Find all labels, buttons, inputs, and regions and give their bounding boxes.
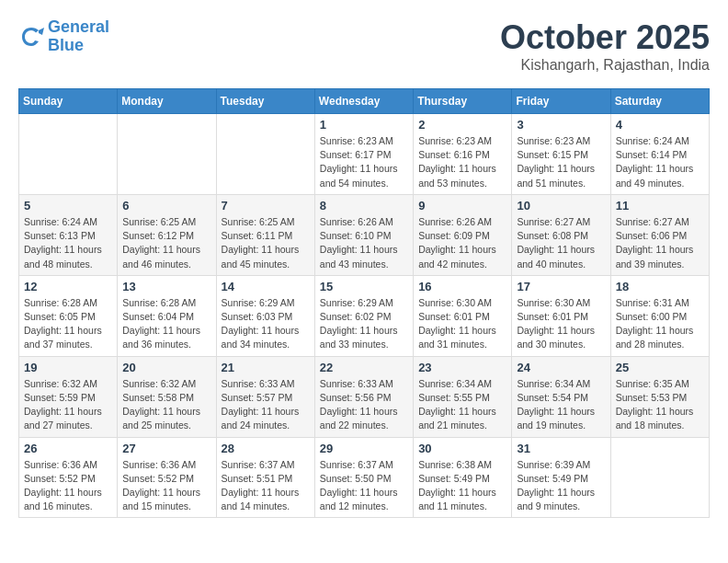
day-number: 4: [616, 118, 704, 132]
day-info: Sunrise: 6:27 AM Sunset: 6:08 PM Dayligh…: [517, 215, 605, 271]
day-info: Sunrise: 6:32 AM Sunset: 5:59 PM Dayligh…: [24, 377, 112, 433]
day-info: Sunrise: 6:23 AM Sunset: 6:15 PM Dayligh…: [517, 134, 605, 190]
day-info: Sunrise: 6:25 AM Sunset: 6:11 PM Dayligh…: [222, 215, 310, 271]
calendar-cell: 6Sunrise: 6:25 AM Sunset: 6:12 PM Daylig…: [118, 194, 216, 275]
calendar-cell: 14Sunrise: 6:29 AM Sunset: 6:03 PM Dayli…: [216, 275, 314, 356]
day-info: Sunrise: 6:26 AM Sunset: 6:10 PM Dayligh…: [320, 215, 408, 271]
calendar-week-row: 19Sunrise: 6:32 AM Sunset: 5:59 PM Dayli…: [19, 356, 710, 437]
logo-text: General Blue: [48, 18, 109, 55]
day-info: Sunrise: 6:31 AM Sunset: 6:00 PM Dayligh…: [616, 296, 704, 352]
calendar-cell: 24Sunrise: 6:34 AM Sunset: 5:54 PM Dayli…: [512, 356, 610, 437]
calendar-cell: 19Sunrise: 6:32 AM Sunset: 5:59 PM Dayli…: [19, 356, 118, 437]
day-info: Sunrise: 6:23 AM Sunset: 6:17 PM Dayligh…: [320, 134, 408, 190]
calendar-cell: 4Sunrise: 6:24 AM Sunset: 6:14 PM Daylig…: [610, 114, 709, 195]
day-number: 11: [616, 199, 704, 213]
calendar-cell: [19, 114, 118, 195]
day-number: 19: [24, 361, 112, 374]
calendar-cell: 27Sunrise: 6:36 AM Sunset: 5:52 PM Dayli…: [118, 437, 216, 518]
day-number: 30: [418, 442, 506, 455]
day-info: Sunrise: 6:30 AM Sunset: 6:01 PM Dayligh…: [418, 296, 506, 352]
day-number: 22: [320, 361, 408, 374]
day-info: Sunrise: 6:28 AM Sunset: 6:05 PM Dayligh…: [24, 296, 112, 352]
calendar-cell: 26Sunrise: 6:36 AM Sunset: 5:52 PM Dayli…: [19, 437, 118, 518]
day-info: Sunrise: 6:29 AM Sunset: 6:02 PM Dayligh…: [320, 296, 408, 352]
day-info: Sunrise: 6:39 AM Sunset: 5:49 PM Dayligh…: [517, 458, 605, 514]
calendar-cell: 17Sunrise: 6:30 AM Sunset: 6:01 PM Dayli…: [512, 275, 610, 356]
day-number: 17: [517, 280, 605, 293]
day-number: 20: [122, 361, 210, 374]
calendar-cell: 8Sunrise: 6:26 AM Sunset: 6:10 PM Daylig…: [314, 194, 413, 275]
calendar-cell: 18Sunrise: 6:31 AM Sunset: 6:00 PM Dayli…: [610, 275, 709, 356]
weekday-header: Wednesday: [314, 89, 413, 114]
calendar-cell: 12Sunrise: 6:28 AM Sunset: 6:05 PM Dayli…: [19, 275, 118, 356]
day-number: 18: [616, 280, 704, 293]
day-number: 31: [517, 442, 605, 455]
calendar-week-row: 5Sunrise: 6:24 AM Sunset: 6:13 PM Daylig…: [19, 194, 710, 275]
calendar-cell: [216, 114, 314, 195]
day-number: 27: [122, 442, 210, 455]
weekday-header: Tuesday: [216, 89, 314, 114]
weekday-header: Thursday: [414, 89, 512, 114]
calendar-cell: 13Sunrise: 6:28 AM Sunset: 6:04 PM Dayli…: [118, 275, 216, 356]
calendar-cell: 25Sunrise: 6:35 AM Sunset: 5:53 PM Dayli…: [610, 356, 709, 437]
logo-icon: [18, 24, 44, 50]
calendar-week-row: 26Sunrise: 6:36 AM Sunset: 5:52 PM Dayli…: [19, 437, 710, 518]
day-info: Sunrise: 6:38 AM Sunset: 5:49 PM Dayligh…: [418, 458, 506, 514]
calendar-cell: 11Sunrise: 6:27 AM Sunset: 6:06 PM Dayli…: [610, 194, 709, 275]
day-info: Sunrise: 6:29 AM Sunset: 6:03 PM Dayligh…: [222, 296, 310, 352]
day-number: 29: [320, 442, 408, 455]
day-info: Sunrise: 6:25 AM Sunset: 6:12 PM Dayligh…: [122, 215, 210, 271]
calendar-cell: 29Sunrise: 6:37 AM Sunset: 5:50 PM Dayli…: [314, 437, 413, 518]
calendar-week-row: 12Sunrise: 6:28 AM Sunset: 6:05 PM Dayli…: [19, 275, 710, 356]
title-block: October 2025 Kishangarh, Rajasthan, Indi…: [500, 18, 710, 74]
day-number: 21: [222, 361, 310, 374]
calendar-cell: 2Sunrise: 6:23 AM Sunset: 6:16 PM Daylig…: [414, 114, 512, 195]
day-info: Sunrise: 6:37 AM Sunset: 5:50 PM Dayligh…: [320, 458, 408, 514]
day-number: 12: [24, 280, 112, 293]
day-info: Sunrise: 6:36 AM Sunset: 5:52 PM Dayligh…: [122, 458, 210, 514]
calendar-cell: 9Sunrise: 6:26 AM Sunset: 6:09 PM Daylig…: [414, 194, 512, 275]
calendar-week-row: 1Sunrise: 6:23 AM Sunset: 6:17 PM Daylig…: [19, 114, 710, 195]
day-info: Sunrise: 6:23 AM Sunset: 6:16 PM Dayligh…: [418, 134, 506, 190]
day-info: Sunrise: 6:37 AM Sunset: 5:51 PM Dayligh…: [222, 458, 310, 514]
day-info: Sunrise: 6:27 AM Sunset: 6:06 PM Dayligh…: [616, 215, 704, 271]
weekday-header-row: SundayMondayTuesdayWednesdayThursdayFrid…: [19, 89, 710, 114]
day-number: 24: [517, 361, 605, 374]
calendar-cell: 28Sunrise: 6:37 AM Sunset: 5:51 PM Dayli…: [216, 437, 314, 518]
day-info: Sunrise: 6:36 AM Sunset: 5:52 PM Dayligh…: [24, 458, 112, 514]
calendar-cell: 7Sunrise: 6:25 AM Sunset: 6:11 PM Daylig…: [216, 194, 314, 275]
calendar-cell: 23Sunrise: 6:34 AM Sunset: 5:55 PM Dayli…: [414, 356, 512, 437]
calendar-cell: [610, 437, 709, 518]
day-number: 9: [418, 199, 506, 213]
day-info: Sunrise: 6:33 AM Sunset: 5:57 PM Dayligh…: [222, 377, 310, 433]
day-number: 23: [418, 361, 506, 374]
day-info: Sunrise: 6:34 AM Sunset: 5:55 PM Dayligh…: [418, 377, 506, 433]
day-number: 6: [122, 199, 210, 213]
weekday-header: Sunday: [19, 89, 118, 114]
calendar-cell: [118, 114, 216, 195]
month-title: October 2025: [500, 18, 710, 57]
day-number: 5: [24, 199, 112, 213]
day-number: 1: [320, 118, 408, 132]
calendar-cell: 1Sunrise: 6:23 AM Sunset: 6:17 PM Daylig…: [314, 114, 413, 195]
weekday-header: Monday: [118, 89, 216, 114]
day-info: Sunrise: 6:33 AM Sunset: 5:56 PM Dayligh…: [320, 377, 408, 433]
logo: General Blue: [18, 18, 109, 55]
day-info: Sunrise: 6:35 AM Sunset: 5:53 PM Dayligh…: [616, 377, 704, 433]
day-info: Sunrise: 6:32 AM Sunset: 5:58 PM Dayligh…: [122, 377, 210, 433]
day-number: 15: [320, 280, 408, 293]
calendar-table: SundayMondayTuesdayWednesdayThursdayFrid…: [18, 88, 710, 518]
day-number: 26: [24, 442, 112, 455]
calendar-cell: 21Sunrise: 6:33 AM Sunset: 5:57 PM Dayli…: [216, 356, 314, 437]
day-number: 16: [418, 280, 506, 293]
day-info: Sunrise: 6:34 AM Sunset: 5:54 PM Dayligh…: [517, 377, 605, 433]
day-info: Sunrise: 6:28 AM Sunset: 6:04 PM Dayligh…: [122, 296, 210, 352]
day-number: 10: [517, 199, 605, 213]
day-number: 3: [517, 118, 605, 132]
calendar-cell: 3Sunrise: 6:23 AM Sunset: 6:15 PM Daylig…: [512, 114, 610, 195]
day-number: 2: [418, 118, 506, 132]
calendar-cell: 5Sunrise: 6:24 AM Sunset: 6:13 PM Daylig…: [19, 194, 118, 275]
day-number: 8: [320, 199, 408, 213]
weekday-header: Friday: [512, 89, 610, 114]
calendar-cell: 22Sunrise: 6:33 AM Sunset: 5:56 PM Dayli…: [314, 356, 413, 437]
